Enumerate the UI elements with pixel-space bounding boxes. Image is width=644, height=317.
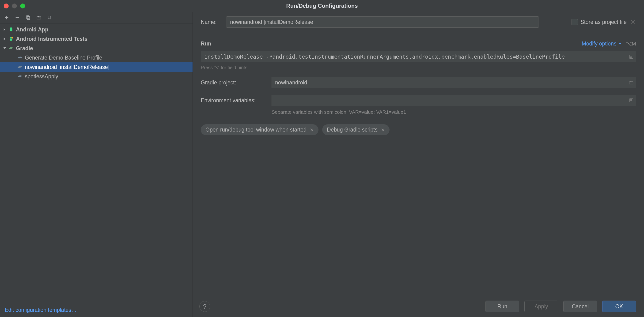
- gradle-project-row: Gradle project:: [201, 77, 636, 88]
- gear-icon[interactable]: [630, 19, 636, 25]
- env-vars-hint: Separate variables with semicolon: VAR=v…: [272, 109, 636, 115]
- store-as-project-file-checkbox[interactable]: [572, 19, 578, 25]
- android-icon: [8, 27, 14, 32]
- tree-node-generate-demo-baseline[interactable]: Generate Demo Baseline Profile: [0, 53, 192, 62]
- gradle-project-label: Gradle project:: [201, 80, 266, 86]
- cancel-button[interactable]: Cancel: [563, 300, 597, 312]
- copy-config-button[interactable]: [24, 13, 33, 22]
- tree-label: Generate Demo Baseline Profile: [25, 55, 102, 61]
- name-label: Name:: [201, 19, 220, 25]
- tasks-input-wrapper: [201, 51, 636, 62]
- save-to-folder-button[interactable]: [34, 13, 44, 22]
- tasks-hint: Press ⌥ for field hints: [201, 65, 636, 70]
- tree-label: nowinandroid [installDemoRelease]: [25, 64, 110, 70]
- tree-label: Gradle: [16, 45, 33, 52]
- remove-config-button[interactable]: [13, 13, 22, 22]
- tree-node-spotlessapply[interactable]: spotlessApply: [0, 72, 192, 81]
- footer: ? Run Apply Cancel OK: [201, 294, 636, 312]
- svg-rect-1: [27, 16, 29, 18]
- tree-node-nowinandroid-installdemorelease[interactable]: nowinandroid [installDemoRelease]: [0, 62, 192, 72]
- svg-point-3: [12, 37, 13, 38]
- run-section-title: Run: [201, 40, 211, 47]
- config-tree[interactable]: Android App Android Instrumented Tests: [0, 24, 192, 303]
- gradle-task-icon: [16, 74, 24, 78]
- sort-button[interactable]: [45, 13, 54, 22]
- name-input[interactable]: [226, 16, 538, 28]
- env-vars-label: Environment variables:: [201, 97, 266, 104]
- chip-open-tool-window[interactable]: Open run/debug tool window when started …: [201, 124, 318, 135]
- close-icon[interactable]: ✕: [310, 127, 314, 133]
- divider: [201, 35, 636, 35]
- chevron-right-icon: [2, 28, 8, 31]
- sidebar-toolbar: [0, 12, 192, 24]
- tree-node-gradle[interactable]: Gradle: [0, 44, 192, 53]
- gradle-icon: [8, 46, 14, 50]
- gradle-task-icon: [16, 65, 24, 69]
- modify-options-shortcut: ⌥M: [626, 41, 636, 47]
- chip-label: Open run/debug tool window when started: [206, 126, 306, 133]
- sidebar: Android App Android Instrumented Tests: [0, 12, 193, 317]
- modify-options-link[interactable]: Modify options: [582, 40, 622, 47]
- tree-node-android-instrumented-tests[interactable]: Android Instrumented Tests: [0, 34, 192, 44]
- window-minimize-button[interactable]: [12, 4, 17, 8]
- chevron-right-icon: [2, 37, 8, 40]
- help-button[interactable]: ?: [199, 301, 210, 312]
- chip-label: Debug Gradle scripts: [327, 126, 378, 133]
- android-test-icon: [8, 36, 14, 42]
- add-config-button[interactable]: [2, 13, 11, 22]
- run-button[interactable]: Run: [486, 300, 519, 312]
- help-icon: ?: [203, 303, 206, 310]
- run-section-header: Run Modify options ⌥M: [201, 40, 636, 47]
- name-row: Name: Store as project file: [201, 16, 636, 28]
- footer-buttons: Run Apply Cancel OK: [486, 300, 636, 312]
- store-as-project-file-row: Store as project file: [572, 19, 636, 25]
- close-icon[interactable]: ✕: [381, 127, 385, 133]
- env-vars-input[interactable]: [272, 95, 636, 106]
- apply-button[interactable]: Apply: [524, 300, 558, 312]
- edit-templates-link[interactable]: Edit configuration templates…: [5, 307, 77, 313]
- chip-debug-gradle-scripts[interactable]: Debug Gradle scripts ✕: [322, 124, 390, 135]
- option-chips: Open run/debug tool window when started …: [201, 124, 636, 135]
- window-maximize-button[interactable]: [20, 4, 25, 8]
- svg-rect-0: [16, 17, 19, 18]
- traffic-lights: [4, 4, 25, 8]
- tree-label: Android Instrumented Tests: [16, 36, 88, 42]
- dialog-title: Run/Debug Configurations: [286, 2, 358, 9]
- chevron-down-icon: [2, 47, 8, 50]
- ok-button[interactable]: OK: [602, 300, 636, 312]
- sidebar-footer: Edit configuration templates…: [0, 303, 192, 317]
- store-as-project-file-label: Store as project file: [580, 19, 627, 25]
- gradle-task-icon: [16, 56, 24, 60]
- tasks-input[interactable]: [201, 51, 636, 62]
- titlebar: Run/Debug Configurations: [0, 0, 644, 12]
- run-debug-configurations-dialog: Run/Debug Configurations: [0, 0, 644, 317]
- svg-rect-2: [27, 16, 30, 20]
- modify-options-label: Modify options: [582, 40, 616, 47]
- tree-node-android-app[interactable]: Android App: [0, 25, 192, 34]
- env-vars-row: Environment variables:: [201, 95, 636, 106]
- tree-label: Android App: [16, 26, 48, 33]
- main-panel: Name: Store as project file Run Modify o…: [193, 12, 644, 317]
- tree-label: spotlessApply: [25, 74, 58, 80]
- content: Android App Android Instrumented Tests: [0, 12, 644, 317]
- svg-point-4: [632, 21, 634, 23]
- chevron-down-icon: [618, 42, 622, 46]
- gradle-project-input[interactable]: [272, 77, 636, 88]
- window-close-button[interactable]: [4, 4, 9, 8]
